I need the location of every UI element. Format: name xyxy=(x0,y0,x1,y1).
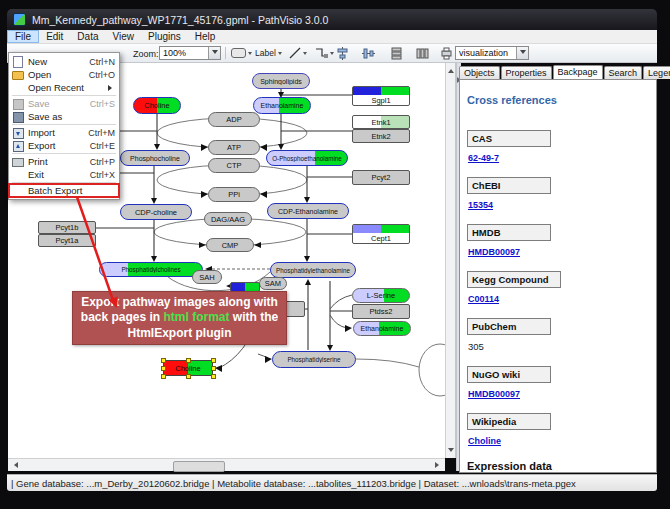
file-menu-item-export[interactable]: ExportCtrl+E xyxy=(9,139,119,152)
node-ptdss2[interactable]: Ptdss2 xyxy=(352,304,410,319)
gene-tool-button[interactable] xyxy=(229,46,254,60)
scroll-down-icon[interactable] xyxy=(448,448,454,455)
node-adp[interactable]: ADP xyxy=(208,112,260,127)
node-choline-top[interactable]: Choline xyxy=(133,97,181,114)
node-sphingolipids[interactable]: Sphingolipids xyxy=(252,73,310,89)
node-o-phosphoethanolamine[interactable]: O-Phosphoethanolamine xyxy=(266,150,348,166)
file-menu-item-print[interactable]: PrintCtrl+P xyxy=(9,155,119,168)
stack-horizontal-icon xyxy=(416,47,429,60)
node-ethanolamine-bottom[interactable]: Ethanolamine xyxy=(353,321,411,336)
zoom-dropdown-icon[interactable] xyxy=(208,47,220,59)
file-menu-item-batch-export[interactable]: Batch Export xyxy=(9,184,119,197)
label-tool-button[interactable]: Label xyxy=(253,46,284,60)
node-phosphatidylcholines[interactable]: Phosphatidylcholines xyxy=(99,262,203,277)
node-cdp-choline[interactable]: CDP-choline xyxy=(120,204,192,220)
file-menu-item-save[interactable]: SaveCtrl+S xyxy=(9,97,119,110)
node-sah[interactable]: SAH xyxy=(192,270,222,284)
selection-handle[interactable] xyxy=(161,374,166,379)
node-pcyt2[interactable]: Pcyt2 xyxy=(352,170,410,185)
node-l-serine[interactable]: L-Serine xyxy=(352,288,410,303)
file-menu-item-save-as[interactable]: Save as xyxy=(9,110,119,123)
node-etnk2[interactable]: Etnk2 xyxy=(352,129,410,143)
tab-legend[interactable]: Legend xyxy=(643,66,670,79)
xref-header-cas: CAS xyxy=(467,130,551,147)
file-menu-item-label: Open xyxy=(28,69,89,80)
node-etnk1[interactable]: Etnk1 xyxy=(352,115,410,129)
node-sgpl1[interactable]: Sgpl1 xyxy=(352,86,410,106)
selection-handle[interactable] xyxy=(211,358,216,363)
label-tool-dropdown-icon[interactable] xyxy=(278,52,282,57)
menu-help[interactable]: Help xyxy=(188,30,223,43)
backpage-panel: Cross references CAS62-49-7ChEBI15354HMD… xyxy=(459,79,657,473)
node-ppi[interactable]: PPi xyxy=(208,187,260,202)
node-ctp[interactable]: CTP xyxy=(208,158,260,173)
gene-tool-dropdown-icon[interactable] xyxy=(248,52,252,57)
file-menu-item-open-recent[interactable]: Open Recent xyxy=(9,81,119,94)
canvas-vertical-scrollbar[interactable] xyxy=(445,63,456,458)
canvas-horizontal-scrollbar[interactable] xyxy=(8,458,445,471)
file-menu-item-label: New xyxy=(28,56,89,67)
xref-link[interactable]: 62-49-7 xyxy=(468,153,656,163)
node-ethanolamine-top[interactable]: Ethanolamine xyxy=(253,97,311,114)
selection-handle[interactable] xyxy=(186,358,191,363)
import-icon xyxy=(12,127,24,138)
selection-handle[interactable] xyxy=(186,374,191,379)
visualization-combobox[interactable]: visualization xyxy=(455,46,529,60)
node-phosphocholine[interactable]: Phosphocholine xyxy=(120,150,190,166)
menu-view[interactable]: View xyxy=(105,30,141,43)
node-cmp[interactable]: CMP xyxy=(206,238,254,252)
tab-properties[interactable]: Properties xyxy=(501,66,552,79)
cross-references-heading: Cross references xyxy=(467,94,656,106)
scroll-left-icon[interactable] xyxy=(11,462,18,468)
menu-plugins[interactable]: Plugins xyxy=(141,30,188,43)
title-bar[interactable]: Mm_Kennedy_pathway_WP1771_45176.gpml - P… xyxy=(7,9,657,30)
export-image-button[interactable] xyxy=(438,46,454,60)
node-cept1[interactable]: Cept1 xyxy=(352,224,410,244)
selection-handle[interactable] xyxy=(161,366,166,371)
expression-strip xyxy=(353,87,409,95)
file-menu-item-open[interactable]: OpenCtrl+O xyxy=(9,68,119,81)
menu-data[interactable]: Data xyxy=(70,30,105,43)
xref-link[interactable]: 15354 xyxy=(468,200,656,210)
align-center-y-button[interactable] xyxy=(360,46,376,60)
node-cdp-ethanolamine[interactable]: CDP-Ethanolamine xyxy=(267,203,349,219)
file-menu-item-import[interactable]: ImportCtrl+M xyxy=(9,126,119,139)
xref-link[interactable]: HMDB00097 xyxy=(468,389,656,399)
menu-file[interactable]: File xyxy=(7,30,39,43)
scroll-right-icon[interactable] xyxy=(435,462,442,468)
node-atp[interactable]: ATP xyxy=(208,140,260,155)
node-pcyt1b[interactable]: Pcyt1b xyxy=(38,221,96,234)
xref-header-chebi: ChEBI xyxy=(467,177,551,194)
visualization-dropdown-icon[interactable] xyxy=(516,47,528,59)
node-sam[interactable]: SAM xyxy=(259,277,287,290)
tab-search[interactable]: Search xyxy=(604,66,643,79)
stack-horizontal-button[interactable] xyxy=(414,46,430,60)
line-tool-dropdown-icon[interactable] xyxy=(303,52,307,57)
selection-handle[interactable] xyxy=(161,358,166,363)
zoom-combobox[interactable]: 100% xyxy=(159,46,221,60)
node-phosphatidylserine[interactable]: Phosphatidylserine xyxy=(272,351,356,368)
file-menu-item-new[interactable]: NewCtrl+N xyxy=(9,55,119,68)
line-tool-button[interactable] xyxy=(287,46,309,60)
file-menu-item-exit[interactable]: ExitCtrl+X xyxy=(9,168,119,181)
node-phosphatidylethanolamine[interactable]: Phosphatidylethanolamine xyxy=(270,262,356,278)
menu-edit[interactable]: Edit xyxy=(39,30,70,43)
xref-link[interactable]: Choline xyxy=(468,436,656,446)
stack-vertical-button[interactable] xyxy=(388,46,404,60)
tab-backpage[interactable]: Backpage xyxy=(553,65,603,79)
horizontal-scroll-thumb[interactable] xyxy=(173,461,225,472)
connector-tool-button[interactable] xyxy=(313,46,336,60)
expression-data-heading: Expression data xyxy=(467,460,656,472)
align-center-x-button[interactable] xyxy=(334,46,350,60)
node-choline-selected[interactable]: Choline xyxy=(163,360,213,376)
selection-handle[interactable] xyxy=(211,374,216,379)
menu-bar: FileEditDataViewPluginsHelp xyxy=(7,30,657,44)
node-dag[interactable]: DAG/AAG xyxy=(204,212,252,226)
xref-link[interactable]: C00114 xyxy=(468,294,656,304)
tab-objects[interactable]: Objects xyxy=(459,66,500,79)
printer-icon xyxy=(12,156,24,167)
xref-link[interactable]: HMDB00097 xyxy=(468,247,656,257)
scroll-up-icon[interactable] xyxy=(448,66,454,73)
selection-handle[interactable] xyxy=(211,366,216,371)
node-pcyt1a[interactable]: Pcyt1a xyxy=(38,234,96,247)
